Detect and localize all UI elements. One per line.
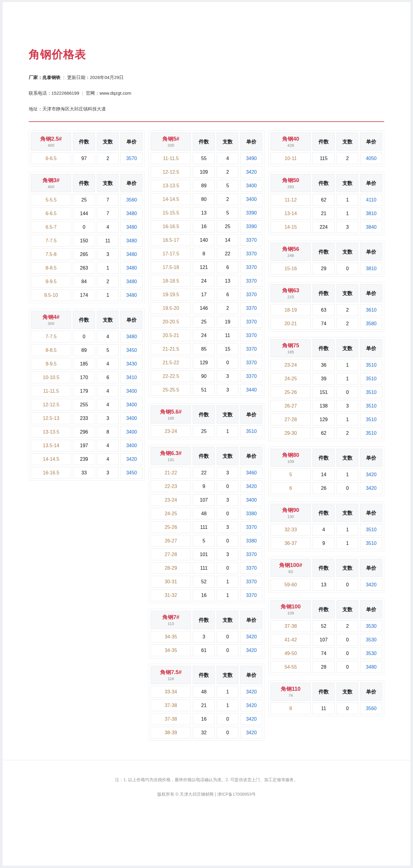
table-title: 角钢110 [272,686,310,692]
table-row: 26-27503380 [151,535,262,547]
spec-range: 9-9.5 [31,358,71,370]
column-header-price: 单价 [360,339,382,357]
price-table-角钢100: 角钢100109件数支数单价37-38522353041-42107035304… [268,598,384,675]
price-value: 3490 [240,153,262,164]
table-title-cell: 角钢63215 [271,284,311,302]
pieces-value: 51 [193,384,215,396]
price-value: 3370 [240,589,262,601]
table-header-row: 角钢2.5#400件数支数单价 [31,132,142,151]
column-header-price: 单价 [360,559,382,577]
pieces-value: 36 [313,359,335,371]
count-value: 1 [217,425,239,437]
table-row: 15-162903810 [271,262,382,274]
column-header-price: 单价 [360,243,382,261]
table-title-cell: 角钢7#113 [151,611,191,629]
pieces-value: 265 [73,248,95,260]
separator: | [82,90,83,96]
column-header-pieces: 件数 [73,132,95,151]
table-title-cell: 角钢90130 [271,504,311,522]
price-value: 3420 [360,482,382,494]
price-value: 3370 [240,234,262,246]
spec-range: 20-21 [271,318,311,330]
count-value: 3 [337,221,358,233]
price-value: 3510 [360,373,382,384]
footer-copyright: 版权所有 © 天津大邱庄钢材网 | 津ICP备17008953号 [29,792,384,797]
price-value: 3480 [120,331,142,342]
price-value: 3560 [360,703,382,714]
price-value: 3580 [360,318,382,330]
footer-note: 注：1. 以上价格均为含税价格，最终价格以电话确认为准。2. 可提供送货上门、加… [29,777,384,783]
column-header-price: 单价 [360,683,382,701]
price-value: 3430 [120,358,142,370]
pieces-value: 29 [313,262,335,274]
count-value: 4 [97,221,119,233]
table-title: 角钢63 [272,287,310,294]
address: 地址：天津市静海区大邱庄镇科技大道 [29,106,106,111]
pieces-value: 263 [73,262,95,274]
count-value: 0 [217,713,239,725]
price-value: 3450 [120,344,142,356]
column-header-pieces: 件数 [313,132,335,151]
pieces-value: 48 [193,508,215,520]
table-row: 28-2911103370 [151,562,262,574]
count-value: 4 [97,453,119,465]
separator: | [63,75,64,80]
count-value: 1 [97,262,119,274]
spec-range: 32-33 [271,524,311,535]
price-value: 3440 [240,384,262,396]
spec-range: 22-23 [151,480,191,492]
count-value: 1 [217,589,239,601]
table-title: 角钢4# [32,314,70,320]
count-value: 3 [97,248,119,260]
pieces-value: 26 [313,482,335,494]
price-table-角钢2.5#: 角钢2.5#400件数支数单价6-6.59723570 [29,130,145,166]
table-row: 14-1522433840 [271,221,382,233]
price-value: 3510 [240,425,262,437]
price-value: 3480 [120,262,142,274]
column-header-count: 支数 [97,174,119,192]
count-value: 4 [97,399,119,410]
column-header-price: 单价 [360,504,382,522]
price-value: 3480 [120,276,142,287]
pieces-value: 28 [313,661,335,673]
pieces-value: 115 [313,153,335,164]
table-subtitle: 400 [32,185,70,189]
pieces-value: 16 [193,713,215,725]
table-row: 37-382113420 [151,700,262,711]
table-title-cell: 角钢75185 [271,339,311,357]
spec-range: 25-25.5 [151,384,191,396]
price-value: 3370 [240,248,262,259]
vendor-label: 厂家： [29,75,42,80]
count-value: 4 [217,153,239,164]
table-column-2: 角钢5#200件数支数单价11-11.5554349012-12.5109234… [149,130,264,741]
price-value: 3370 [240,316,262,328]
table-subtitle: 113 [152,621,190,626]
count-value: 1 [337,194,358,206]
price-value: 3480 [360,661,382,673]
count-value: 6 [217,289,239,301]
count-value: 0 [217,508,239,520]
table-title: 角钢75 [272,342,310,349]
count-value: 14 [217,234,239,246]
table-row: 14-14.523943420 [31,453,142,465]
table-header-row: 角钢90130件数支数单价 [271,504,382,522]
spec-range: 25-26 [151,521,191,533]
table-subtitle: 116 [152,677,190,681]
price-value: 3400 [120,426,142,438]
count-value: 2 [217,166,239,178]
table-row: 59-601303420 [271,579,382,591]
count-value: 1 [337,359,358,371]
table-title: 角钢56 [272,246,310,252]
price-value: 3390 [240,207,262,219]
count-value: 1 [337,413,358,425]
pieces-value: 52 [313,620,335,632]
spec-range: 11-12 [271,194,311,206]
table-subtitle: 185 [272,350,310,354]
table-title-cell: 角钢2.5#400 [31,132,71,151]
count-value: 5 [97,344,119,356]
table-header-row: 角钢7.5#116件数支数单价 [151,666,262,684]
spec-range: 11-11.5 [151,153,191,164]
pieces-value: 63 [313,304,335,316]
count-value: 1 [217,686,239,698]
table-row: 17.5-1812163370 [151,261,262,273]
